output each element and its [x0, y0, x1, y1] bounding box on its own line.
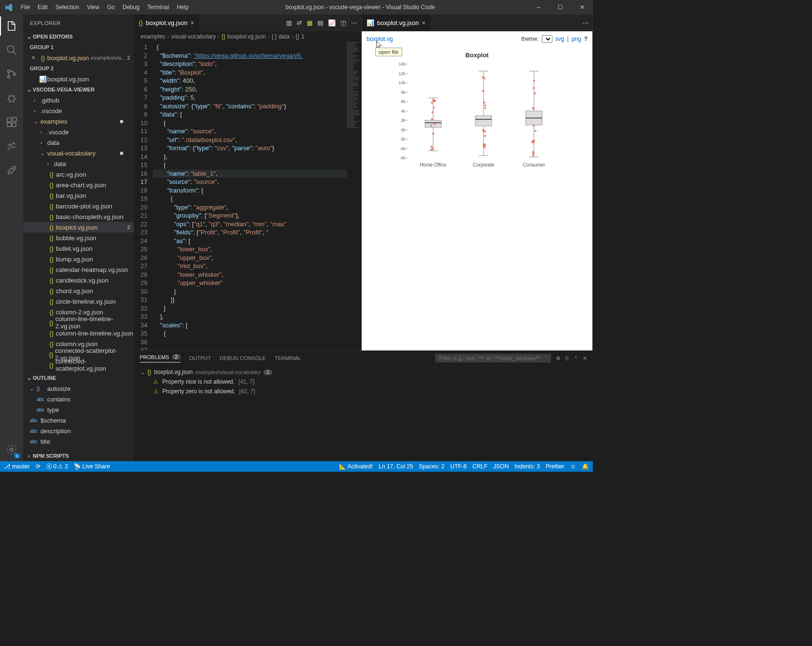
rocket-icon[interactable] [0, 163, 23, 178]
outline-description[interactable]: abcdescription [23, 426, 134, 436]
close-tab-icon[interactable]: × [190, 19, 194, 26]
file-connected-scatterplot-vg-json[interactable]: {}connected-scatterplot.vg.json [23, 360, 134, 370]
folder-.github[interactable]: ›.github [23, 95, 134, 105]
eol-indicator[interactable]: CRLF [472, 463, 487, 470]
feedback-icon[interactable]: ☺ [570, 463, 576, 470]
preview-filename-link[interactable]: boxplot.vg [367, 36, 393, 42]
live-share[interactable]: 📡 Live Share [74, 463, 110, 470]
file-bullet-vg-json[interactable]: {}bullet.vg.json [23, 243, 134, 254]
project-header[interactable]: ⌄VSCODE-VEGA-VIEWER [23, 84, 134, 95]
outline-type[interactable]: abctype [23, 404, 134, 415]
theme-select[interactable] [542, 35, 552, 43]
file-calendar-heatmap-vg-json[interactable]: {}calendar-heatmap.vg.json [23, 264, 134, 275]
sync-icon[interactable]: ⟳ [36, 463, 40, 470]
language-indicator[interactable]: JSON [493, 463, 509, 470]
close-button[interactable]: ✕ [571, 4, 593, 11]
settings-icon[interactable]: 1 [0, 442, 23, 457]
preview-icon[interactable]: ▤ [317, 19, 323, 26]
outline-$schema[interactable]: abc$schema [23, 415, 134, 426]
problems-filter-input[interactable] [435, 354, 551, 362]
menu-terminal[interactable]: Terminal [144, 4, 173, 11]
menu-selection[interactable]: Selection [52, 4, 83, 11]
chart-preview-icon[interactable]: 📈 [328, 19, 336, 26]
outline-autosize[interactable]: ⌄{}autosize [23, 383, 134, 394]
collapse-icon[interactable]: ⎘ [565, 355, 569, 361]
vega-icon[interactable] [0, 139, 23, 154]
file-bump-vg-json[interactable]: {}bump.vg.json [23, 254, 134, 264]
debug-icon[interactable] [0, 90, 23, 106]
close-panel-icon[interactable]: ✕ [583, 355, 587, 362]
bell-icon[interactable]: 🔔 [582, 463, 589, 470]
file-candlestick-vg-json[interactable]: {}candlestick.vg.json [23, 275, 134, 285]
grid-icon[interactable]: ▦ [307, 19, 313, 26]
diff-icon[interactable]: ⇄ [297, 19, 302, 26]
file-chord-vg-json[interactable]: {}chord.vg.json [23, 285, 134, 296]
problem-item[interactable]: ⚠Property nice is not allowed.[41, 7] [141, 377, 586, 387]
activated-indicator[interactable]: 📐 Activated! [339, 463, 373, 470]
spaces-indicator[interactable]: Spaces: 2 [419, 463, 445, 470]
menu-edit[interactable]: Edit [34, 4, 52, 11]
minimize-button[interactable]: ─ [528, 4, 550, 11]
branch-indicator[interactable]: ⎇ master [4, 463, 30, 470]
code-body[interactable]: 1234567891011121314151617181920212223242… [134, 42, 361, 350]
file-contour-map-vg-json[interactable]: {}contour-map.vg.json [23, 370, 134, 373]
file-circle-timeline-vg-json[interactable]: {}circle-timeline.vg.json [23, 296, 134, 307]
split-icon[interactable]: ▥ [286, 19, 292, 26]
minimap[interactable] [347, 42, 361, 350]
encoding-indicator[interactable]: UTF-8 [450, 463, 467, 470]
menu-file[interactable]: File [17, 4, 34, 11]
file-basic-choropleth-vg-json[interactable]: {}basic-choropleth.vg.json [23, 211, 134, 222]
open-editor-2[interactable]: 📊 boxplot.vg.json [23, 74, 134, 84]
tab-boxplot-json[interactable]: {} boxplot.vg.json × [134, 14, 199, 31]
source-control-icon[interactable] [0, 66, 23, 82]
maximize-button[interactable]: ☐ [550, 4, 571, 11]
open-editor-1[interactable]: × {} boxplot.vg.json examples\vis... 2 [23, 52, 134, 63]
outline-header[interactable]: ⌄OUTLINE [23, 373, 134, 383]
problem-file-row[interactable]: ⌄ {} boxplot.vg.json examples\visual-voc… [141, 367, 586, 377]
outline-height[interactable]: #height [23, 447, 134, 451]
file-column-line-timeline-vg-json[interactable]: {}column-line-timeline.vg.json [23, 328, 134, 338]
chevron-up-icon[interactable]: ⌃ [574, 355, 578, 362]
problem-item[interactable]: ⚠Property zero is not allowed.[42, 7] [141, 387, 586, 396]
export-svg-link[interactable]: svg [555, 36, 564, 42]
file-bubble-vg-json[interactable]: {}bubble.vg.json [23, 233, 134, 243]
file-arc-vg-json[interactable]: {}arc.vg.json [23, 169, 134, 180]
more-icon[interactable]: ⋯ [351, 19, 357, 26]
output-tab[interactable]: OUTPUT [189, 355, 211, 361]
menu-help[interactable]: Help [173, 4, 193, 11]
folder-.vscode[interactable]: ›.vscode [23, 105, 134, 116]
folder-data[interactable]: ›data [23, 158, 134, 169]
layout-icon[interactable]: ◫ [341, 19, 346, 26]
cursor-position[interactable]: Ln 17, Col 25 [379, 463, 413, 470]
debug-console-tab[interactable]: DEBUG CONSOLE [220, 355, 266, 361]
folder-examples[interactable]: ⌄examples [23, 116, 134, 127]
search-icon[interactable] [0, 42, 23, 58]
filter-settings-icon[interactable]: ⚙ [556, 355, 561, 362]
folder-.vscode[interactable]: ›.vscode [23, 127, 134, 137]
file-column-line-timeline-2-vg-json[interactable]: {}column-line-timeline-2.vg.json [23, 317, 134, 328]
indents-indicator[interactable]: Indents: 3 [514, 463, 540, 470]
close-icon[interactable]: × [32, 54, 39, 61]
more-icon[interactable]: ⋯ [582, 19, 589, 26]
export-png-link[interactable]: png [572, 36, 581, 42]
folder-data[interactable]: ›data [23, 137, 134, 148]
folder-visual-vocabulary[interactable]: ⌄visual-vocabulary [23, 148, 134, 158]
explorer-icon[interactable] [0, 18, 23, 34]
file-boxplot-vg-json[interactable]: {}boxplot.vg.json2 [23, 222, 134, 233]
breadcrumbs[interactable]: examples› visual-vocabulary› {}boxplot.v… [134, 31, 361, 42]
close-tab-icon[interactable]: × [422, 19, 426, 26]
outline-contains[interactable]: abccontains [23, 394, 134, 404]
terminal-tab[interactable]: TERMINAL [275, 355, 301, 361]
prettier-indicator[interactable]: Prettier [546, 463, 564, 470]
menu-go[interactable]: Go [103, 4, 118, 11]
errors-warnings[interactable]: ⓧ 0 ⚠ 2 [46, 463, 68, 471]
tab-preview[interactable]: 📊 boxplot.vg.json × [362, 14, 431, 31]
npm-scripts-header[interactable]: ›NPM SCRIPTS [23, 451, 134, 461]
help-link[interactable]: ? [584, 36, 588, 42]
file-bar-vg-json[interactable]: {}bar.vg.json [23, 190, 134, 201]
file-area-chart-vg-json[interactable]: {}area-chart.vg.json [23, 180, 134, 190]
problems-tab[interactable]: PROBLEMS2 [140, 354, 181, 362]
extensions-icon[interactable] [0, 115, 23, 130]
file-barcode-plot-vg-json[interactable]: {}barcode-plot.vg.json [23, 201, 134, 211]
menu-debug[interactable]: Debug [118, 4, 143, 11]
